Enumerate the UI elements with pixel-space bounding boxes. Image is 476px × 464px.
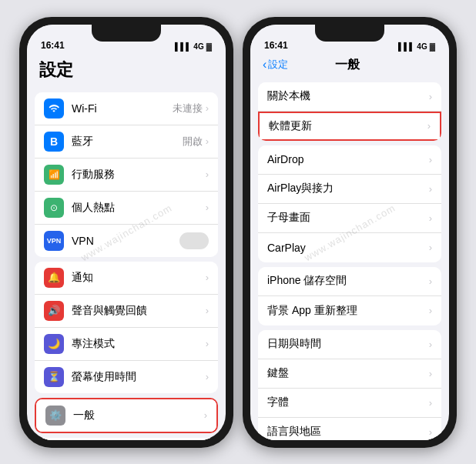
sound-chevron: › xyxy=(206,305,209,316)
datetime-row[interactable]: 日期與時間 › xyxy=(258,330,441,359)
notch xyxy=(92,25,161,42)
software-update-row[interactable]: 軟體更新 › xyxy=(258,112,441,141)
nav-back-bar: ‹ 設定 一般 xyxy=(250,54,449,78)
storage-group: iPhone 儲存空間 › 背景 App 重新整理 › xyxy=(258,267,441,325)
keyboard-label: 鍵盤 xyxy=(267,366,429,380)
settings-list-left: Wi-Fi 未連接 › B 藍牙 開啟 › 📶 行動服務 › ⊙ 個人 xyxy=(27,88,226,440)
mobile-row[interactable]: 📶 行動服務 › xyxy=(35,159,218,192)
software-update-label: 軟體更新 xyxy=(269,119,427,133)
sound-row[interactable]: 🔊 聲音與觸覺回饋 › xyxy=(35,295,218,328)
about-update-group: 關於本機 › 軟體更新 › xyxy=(258,82,441,141)
right-screen: 16:41 ▌▌▌ 4G ▓ ‹ 設定 一般 關於本機 › xyxy=(250,25,449,440)
software-update-chevron: › xyxy=(427,120,431,132)
about-label: 關於本機 xyxy=(267,89,429,103)
datetime-chevron: › xyxy=(429,339,432,350)
left-screen: 16:41 ▌▌▌ 4G ▓ 設定 Wi-Fi 未連接 › xyxy=(27,25,226,440)
signal-right: ▌▌▌ xyxy=(398,42,414,51)
focus-chevron: › xyxy=(206,338,209,349)
back-label: 設定 xyxy=(268,58,288,72)
datetime-label: 日期與時間 xyxy=(267,337,429,351)
vpn-icon: VPN xyxy=(44,231,64,251)
iphone-storage-chevron: › xyxy=(429,275,432,287)
iphone-storage-row[interactable]: iPhone 儲存空間 › xyxy=(258,267,441,296)
language-row[interactable]: 語言與地區 › xyxy=(258,418,441,440)
wifi-value: 未連接 xyxy=(173,102,203,115)
airplay-label: AirPlay與接力 xyxy=(267,182,429,195)
mobile-chevron: › xyxy=(206,169,209,180)
carplay-label: CarPlay xyxy=(267,242,429,254)
hotspot-chevron: › xyxy=(206,202,209,213)
control-row[interactable]: ▦ 控制中心 › xyxy=(35,438,218,440)
back-chevron-icon: ‹ xyxy=(263,58,266,72)
general-section-highlighted: ⚙️ 一般 › xyxy=(35,398,218,433)
iphone-storage-label: iPhone 儲存空間 xyxy=(267,274,429,288)
nav-title-left: 設定 xyxy=(27,54,226,88)
about-row[interactable]: 關於本機 › xyxy=(258,82,441,112)
left-phone: 16:41 ▌▌▌ 4G ▓ 設定 Wi-Fi 未連接 › xyxy=(19,17,233,448)
wifi-chevron: › xyxy=(206,102,209,114)
keyboard-row[interactable]: 鍵盤 › xyxy=(258,359,441,389)
airdrop-group: AirDrop › AirPlay與接力 › 子母畫面 › CarPlay › xyxy=(258,145,441,262)
font-label: 字體 xyxy=(267,396,429,409)
status-icons-right: ▌▌▌ 4G ▓ xyxy=(398,42,435,51)
wifi-row[interactable]: Wi-Fi 未連接 › xyxy=(35,92,218,125)
about-chevron: › xyxy=(429,91,432,102)
notify-row[interactable]: 🔔 通知 › xyxy=(35,262,218,295)
pip-row[interactable]: 子母畫面 › xyxy=(258,204,441,233)
language-label: 語言與地區 xyxy=(267,425,429,439)
notch-right xyxy=(315,25,384,42)
time-right: 16:41 xyxy=(264,40,288,51)
font-row[interactable]: 字體 › xyxy=(258,389,441,418)
notify-chevron: › xyxy=(206,272,209,283)
bt-chevron: › xyxy=(206,135,209,147)
back-button[interactable]: ‹ 設定 xyxy=(263,58,288,72)
screentime-icon: ⏳ xyxy=(44,367,64,387)
bg-refresh-row[interactable]: 背景 App 重新整理 › xyxy=(258,296,441,325)
page-title-left: 設定 xyxy=(39,60,73,79)
mobile-icon: 📶 xyxy=(44,165,64,185)
notify-icon: 🔔 xyxy=(44,268,64,288)
airdrop-chevron: › xyxy=(429,154,432,165)
carplay-row[interactable]: CarPlay › xyxy=(258,233,441,262)
general-label: 一般 xyxy=(73,409,204,422)
notifications-section: 🔔 通知 › 🔊 聲音與觸覺回饋 › 🌙 專注模式 › ⏳ 螢幕使用時間 xyxy=(35,262,218,393)
wifi-icon xyxy=(44,98,64,119)
general-row[interactable]: ⚙️ 一般 › xyxy=(36,399,216,432)
font-chevron: › xyxy=(429,397,432,409)
status-icons-left: ▌▌▌ 4G ▓ xyxy=(175,42,212,51)
battery-right: ▓ xyxy=(430,42,435,51)
bluetooth-row[interactable]: B 藍牙 開啟 › xyxy=(35,125,218,159)
vpn-toggle[interactable] xyxy=(179,232,209,249)
focus-icon: 🌙 xyxy=(44,334,64,354)
hotspot-label: 個人熱點 xyxy=(72,201,206,215)
display-section: ▦ 控制中心 › ☀️ 螢幕顯示與亮度 › ⊞ 主畫面 › ♿ 輔助使用 xyxy=(35,438,218,440)
general-icon: ⚙️ xyxy=(45,406,65,426)
notify-label: 通知 xyxy=(72,271,206,285)
bt-value: 開啟 xyxy=(183,135,203,149)
sound-icon: 🔊 xyxy=(44,301,64,321)
page-title-right: 一般 xyxy=(335,58,360,71)
screentime-label: 螢幕使用時間 xyxy=(72,370,206,384)
keyboard-chevron: › xyxy=(429,368,432,379)
screentime-chevron: › xyxy=(206,371,209,382)
bg-refresh-label: 背景 App 重新整理 xyxy=(267,304,429,318)
airplay-row[interactable]: AirPlay與接力 › xyxy=(258,175,441,204)
general-chevron: › xyxy=(204,409,207,421)
vpn-label: VPN xyxy=(72,235,179,247)
bt-icon: B xyxy=(44,132,64,152)
screentime-row[interactable]: ⏳ 螢幕使用時間 › xyxy=(35,361,218,393)
network-type: 4G xyxy=(193,42,203,51)
wifi-label: Wi-Fi xyxy=(72,102,173,115)
vpn-row[interactable]: VPN VPN xyxy=(35,225,218,257)
bg-refresh-chevron: › xyxy=(429,305,432,316)
focus-row[interactable]: 🌙 專注模式 › xyxy=(35,328,218,361)
network-right: 4G xyxy=(417,42,427,51)
hotspot-row[interactable]: ⊙ 個人熱點 › xyxy=(35,192,218,225)
language-chevron: › xyxy=(429,426,432,438)
hotspot-icon: ⊙ xyxy=(44,198,64,218)
battery-icon: ▓ xyxy=(206,42,212,51)
airdrop-row[interactable]: AirDrop › xyxy=(258,145,441,175)
pip-label: 子母畫面 xyxy=(267,211,429,225)
pip-chevron: › xyxy=(429,212,432,224)
carplay-chevron: › xyxy=(429,242,432,253)
